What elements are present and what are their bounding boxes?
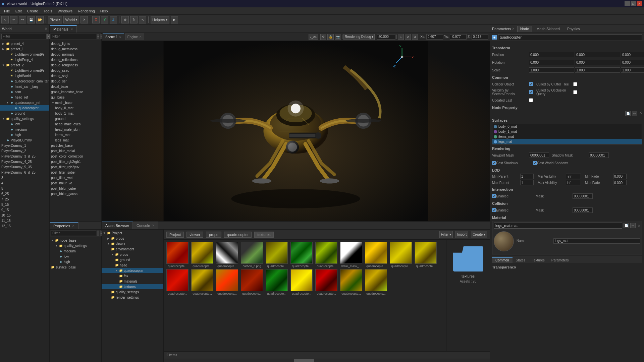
menu-create[interactable]: Create xyxy=(24,8,41,14)
vp-num3[interactable]: 3 xyxy=(412,34,418,40)
minimize-button[interactable]: ─ xyxy=(625,1,630,6)
mat-ground[interactable]: ground xyxy=(50,116,101,121)
undo-btn[interactable]: ↩ xyxy=(10,16,17,23)
np-btn2[interactable]: ✏ xyxy=(632,111,637,116)
tree-item-playerdummy2[interactable]: PlayerDummy_2 xyxy=(0,148,49,154)
mat-head-eyes[interactable]: head_male_eyes xyxy=(50,121,101,127)
z-axis[interactable]: Z xyxy=(110,16,117,23)
asset-item-17[interactable]: quadrocopte... xyxy=(315,269,338,295)
tree-item-high[interactable]: ◆ high xyxy=(0,132,49,137)
mat-decal-base[interactable]: decal_base xyxy=(50,84,101,89)
scale-x-input[interactable] xyxy=(529,67,574,73)
shadow-mask-input[interactable] xyxy=(589,153,609,158)
breadcrumb-viewer[interactable]: viewer xyxy=(186,232,203,238)
mat-legs[interactable]: legs_mat xyxy=(50,137,101,143)
mat-debug-roughness[interactable]: debug_roughness xyxy=(50,62,101,68)
breadcrumb-project[interactable]: Project xyxy=(166,232,184,238)
mat-tab-parameters[interactable]: Parameters xyxy=(548,258,572,263)
maximize-button[interactable]: □ xyxy=(631,1,636,6)
collision-enabled-checkbox[interactable] xyxy=(492,208,496,212)
redo-btn[interactable]: ↪ xyxy=(19,16,26,23)
scale-y-input[interactable] xyxy=(575,67,620,73)
asset-scrollbar[interactable] xyxy=(164,359,490,362)
tree-item-preset2[interactable]: ▼ 📁 preset_2 xyxy=(0,62,49,68)
menu-windows[interactable]: Windows xyxy=(55,8,75,14)
vp-num2[interactable]: 2 xyxy=(405,34,411,40)
rendering-mode-dropdown[interactable]: Rendering Debug ▾ xyxy=(343,34,375,40)
mat-post-hblurgauss[interactable]: post_hblur_gauss xyxy=(50,191,101,196)
tree-item-preset1[interactable]: ▶ 📁 preset_1 xyxy=(0,46,49,52)
asset-project[interactable]: ▼ 📁 Project xyxy=(102,230,163,236)
close-button[interactable]: ✕ xyxy=(637,1,642,6)
mat-post-blur[interactable]: post_blur_radial xyxy=(50,148,101,154)
tree-item-5[interactable]: 5 xyxy=(0,186,49,191)
tree-item-lightworld[interactable]: ☀ LightWorld xyxy=(0,73,49,78)
menu-rendering[interactable]: Rendering xyxy=(75,8,98,14)
engine-tab[interactable]: Engine ✕ xyxy=(125,34,144,40)
max-parent-input[interactable] xyxy=(520,180,534,185)
tree-item-medium[interactable]: ◆ medium xyxy=(0,127,49,132)
mat-file-btn1[interactable]: 📄 xyxy=(624,223,629,228)
asset-filter-btn[interactable]: Filter ▾ xyxy=(439,231,453,238)
tree-item-playerdummy4[interactable]: PlayerDummy_4_25 xyxy=(0,159,49,164)
rot-x-input[interactable] xyxy=(529,60,574,65)
world-filter-input[interactable] xyxy=(1,34,47,39)
cast-world-shadows-checkbox[interactable] xyxy=(533,161,537,165)
mat-debug-reflections[interactable]: debug_reflections xyxy=(50,57,101,62)
vp-camera[interactable]: 📷 xyxy=(335,34,341,40)
tree-item-915[interactable]: 9_15 xyxy=(0,207,49,213)
pivot-dropdown[interactable]: Pivot ▾ xyxy=(48,16,62,23)
menu-file[interactable]: File xyxy=(1,8,13,14)
asset-browser-tab[interactable]: Asset Browser xyxy=(102,222,133,229)
prop-surface-base[interactable]: 📁 surface_base xyxy=(50,264,101,270)
vp-lock[interactable]: 🔒 xyxy=(327,34,334,40)
prop-low[interactable]: ◆ low xyxy=(50,254,101,259)
asset-item-2[interactable]: quadrocopte... xyxy=(215,242,239,268)
move-tool[interactable]: ⊕ xyxy=(121,16,129,23)
asset-item-11[interactable]: quadrocopte... xyxy=(166,269,189,295)
asset-props[interactable]: ▶ 📁 props xyxy=(102,236,163,241)
tree-item-1115[interactable]: 11_15 xyxy=(0,218,49,223)
mat-post-color[interactable]: post_color_correction xyxy=(50,154,101,159)
asset-item-16[interactable]: quadrocopte... xyxy=(290,269,313,295)
tree-item-playerdummy6[interactable]: PlayerDummy_6_d_25 xyxy=(0,170,49,175)
tree-item-lightenv[interactable]: ☀ LightEnvironmentPr xyxy=(0,68,49,73)
breadcrumb-props[interactable]: props xyxy=(206,232,221,238)
prop-medium[interactable]: ◆ medium xyxy=(50,248,101,254)
prop-node-base[interactable]: ▼ 📁 node_base xyxy=(50,238,101,243)
asset-materials[interactable]: 📁 materials xyxy=(102,279,163,284)
prop-high[interactable]: ◆ high xyxy=(50,259,101,264)
breadcrumb-textures[interactable]: textures xyxy=(254,232,273,238)
close-transform[interactable]: ✕ xyxy=(80,16,88,23)
intersection-mask-input[interactable] xyxy=(573,193,593,199)
viewport-mask-input[interactable] xyxy=(529,153,549,158)
asset-item-0[interactable]: quadrocopte... xyxy=(166,242,189,268)
mat-items[interactable]: items_mat xyxy=(50,132,101,137)
viewport[interactable]: Scene 1 ✕ Engine ✕ 7_25 ⚙ xyxy=(102,33,490,221)
material-file-input[interactable] xyxy=(494,223,622,229)
asset-scrollbar-thumb[interactable] xyxy=(294,359,314,362)
mat-debug-ssao[interactable]: debug_ssao xyxy=(50,68,101,73)
menu-help[interactable]: Help xyxy=(98,8,111,14)
tree-item-low[interactable]: ◆ low xyxy=(0,121,49,127)
mat-tab-textures[interactable]: Textures xyxy=(529,258,548,263)
tree-item-3[interactable]: 3 xyxy=(0,175,49,180)
mat-gui[interactable]: gui_base xyxy=(50,95,101,100)
material-name-input[interactable] xyxy=(553,238,640,244)
asset-quality-settings[interactable]: 📁 quality_settings xyxy=(102,289,163,295)
intersection-enabled-checkbox[interactable] xyxy=(492,194,496,198)
occlusion-checkbox[interactable] xyxy=(573,90,577,94)
menu-edit[interactable]: Edit xyxy=(13,8,24,14)
save-btn[interactable]: 💾 xyxy=(28,16,35,23)
asset-item-4[interactable]: quadrocopte... xyxy=(265,242,288,268)
asset-item-6[interactable]: quadrocopte... xyxy=(315,242,338,268)
x-coord-input[interactable] xyxy=(426,34,443,40)
tree-item-playerdummy5[interactable]: PlayerDummy_5_35 xyxy=(0,164,49,170)
mat-body1[interactable]: body_1_mat xyxy=(50,111,101,116)
asset-item-7[interactable]: detail_mask_... xyxy=(339,242,363,268)
asset-item-13[interactable]: quadrocopte... xyxy=(215,269,239,295)
tree-item-625[interactable]: 6_25 xyxy=(0,191,49,196)
asset-ground[interactable]: 📁 ground xyxy=(102,257,163,262)
asset-item-3[interactable]: carbon_n.png xyxy=(240,242,264,268)
asset-props2[interactable]: ▼ 📁 props xyxy=(102,252,163,257)
